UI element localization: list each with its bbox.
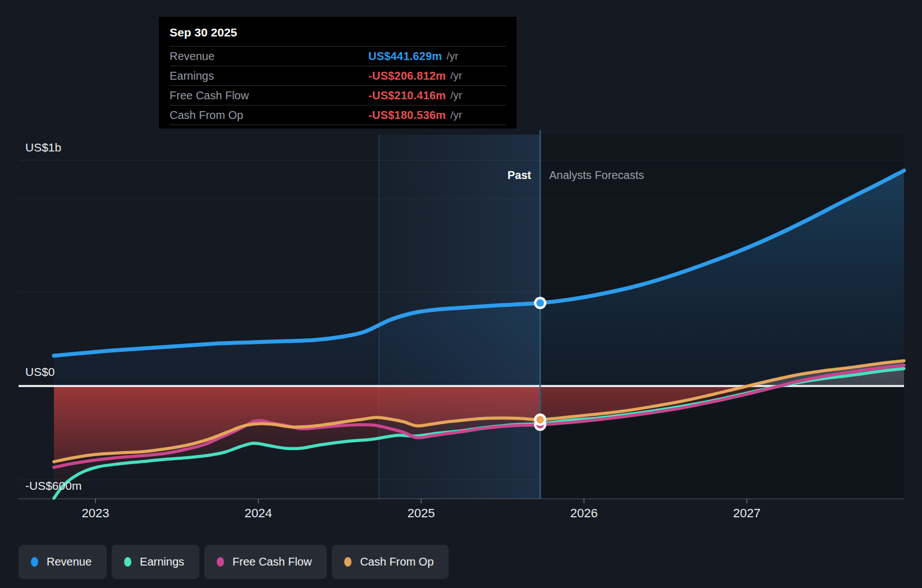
marker-dot — [536, 299, 544, 307]
legend-item-free-cash-flow[interactable]: Free Cash Flow — [204, 545, 327, 579]
tooltip-row-value: US$441.629m — [368, 50, 442, 63]
tooltip-row: Earnings-US$206.812m/yr — [170, 66, 506, 85]
tooltip-row-value: -US$206.812m — [368, 70, 446, 82]
marker-cash-from-op[interactable] — [534, 414, 546, 426]
legend-label: Cash From Op — [360, 555, 433, 568]
financials-growth-chart[interactable]: US$1bUS$0-US$600m 20232024202520262027 P… — [0, 0, 922, 588]
y-axis-label: US$1b — [25, 141, 61, 154]
tooltip-row-unit: /yr — [450, 89, 462, 102]
legend-label: Revenue — [47, 555, 92, 568]
legend-dot-icon — [31, 557, 38, 567]
chart-legend: RevenueEarningsFree Cash FlowCash From O… — [19, 545, 449, 579]
x-axis-label: 2023 — [82, 506, 109, 521]
legend-item-earnings[interactable]: Earnings — [112, 545, 199, 579]
tooltip-row-unit: /yr — [450, 109, 462, 121]
chart-tooltip: Sep 30 2025 RevenueUS$441.629m/yrEarning… — [159, 17, 517, 128]
legend-dot-icon — [217, 557, 224, 567]
tooltip-row: Free Cash Flow-US$210.416m/yr — [170, 85, 506, 105]
tooltip-row: RevenueUS$441.629m/yr — [170, 46, 506, 66]
y-axis-label: US$0 — [25, 365, 55, 379]
legend-label: Free Cash Flow — [232, 555, 312, 568]
legend-item-revenue[interactable]: Revenue — [19, 545, 107, 579]
legend-dot-icon — [124, 557, 131, 567]
tooltip-row-unit: /yr — [446, 50, 458, 62]
x-axis-label: 2025 — [408, 506, 435, 521]
legend-item-cash-from-op[interactable]: Cash From Op — [332, 545, 449, 579]
legend-dot-icon — [344, 557, 352, 567]
tooltip-row-label: Free Cash Flow — [170, 89, 368, 102]
legend-label: Earnings — [140, 555, 184, 568]
analysts-forecasts-label: Analysts Forecasts — [549, 169, 644, 182]
marker-revenue[interactable] — [534, 297, 546, 309]
tooltip-row-value: -US$210.416m — [368, 89, 446, 102]
x-axis-label: 2027 — [733, 506, 761, 521]
tooltip-row-unit: /yr — [450, 70, 462, 82]
tooltip-row: Cash From Op-US$180.536m/yr — [170, 105, 506, 125]
forecast-negative-shade — [540, 386, 904, 499]
tooltip-date: Sep 30 2025 — [159, 25, 517, 46]
tooltip-row-value: -US$180.536m — [368, 109, 446, 122]
past-label: Past — [508, 169, 531, 182]
tooltip-row-label: Revenue — [170, 50, 368, 63]
y-axis-label: -US$600m — [25, 479, 81, 493]
marker-dot — [536, 416, 544, 424]
tooltip-row-label: Earnings — [170, 70, 368, 82]
tooltip-row-label: Cash From Op — [170, 109, 368, 122]
tooltip-rows: RevenueUS$441.629m/yrEarnings-US$206.812… — [159, 46, 517, 125]
x-axis-label: 2026 — [570, 506, 598, 521]
x-axis-label: 2024 — [245, 506, 272, 521]
